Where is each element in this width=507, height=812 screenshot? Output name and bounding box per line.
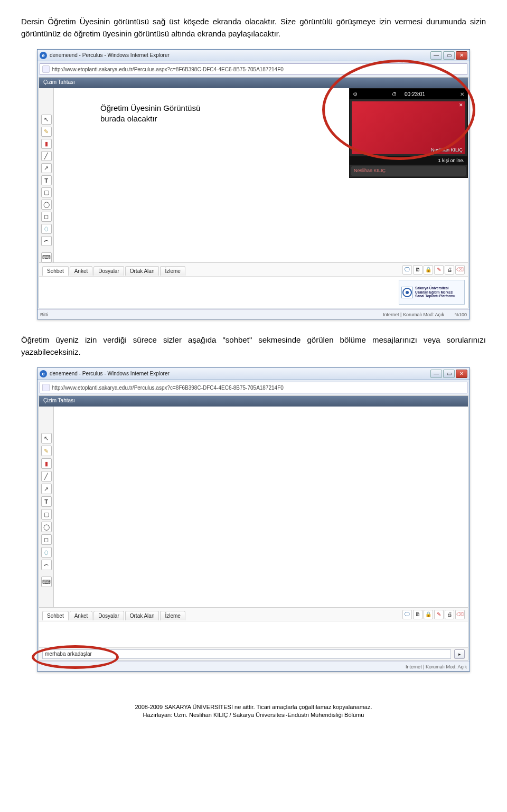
circle-tool-icon[interactable]: ◯ [41,522,52,532]
keyboard-tool-icon[interactable]: ⌨ [41,252,52,262]
workspace-tab[interactable]: Çizim Tahtası [39,78,468,88]
chat-messages-2[interactable] [39,621,468,647]
edit-icon[interactable]: ✎ [434,265,444,275]
presenter-name: Neslihan KILIÇ [431,147,463,153]
video-timer: 00:23:01 [405,91,425,97]
tab-ortak[interactable]: Ortak Alan [125,266,159,276]
lock-icon[interactable]: 🔒 [424,610,433,619]
address-bar-2[interactable]: http://www.etoplanti.sakarya.edu.tr/Perc… [40,382,467,393]
app-body-2: Çizim Tahtası ↖ ✎ ▮ ╱ ↗ T ▢ ◯ ◻ ⬯ ⤺ ⌨ [39,395,468,660]
whiteboard-canvas-2[interactable] [54,407,468,607]
eraser-icon[interactable]: ⌫ [455,610,465,619]
intro-paragraph-1: Dersin Öğretim Üyesinin görüntüsü sağ üs… [21,16,486,40]
ellipse-tool-icon[interactable]: ⬯ [41,224,52,234]
pointer-tool-icon[interactable]: ↖ [41,115,52,125]
rect-tool-icon[interactable]: ▢ [41,187,52,197]
chat-input[interactable]: merhaba arkadaşlar [42,649,451,659]
browser-window: e denemeend - Perculus - Windows Interne… [37,49,470,319]
logo-text: Sakarya Üniversitesi Uzaktan Eğitim Merk… [415,286,455,298]
highlighter-tool-icon[interactable]: ▮ [41,458,52,469]
tab-anket[interactable]: Anket [70,611,93,620]
chat-input-row: merhaba arkadaşlar ▸ [39,647,468,660]
minimize-button[interactable]: — [430,370,442,378]
document-icon[interactable]: 🗎 [413,610,422,619]
browser-window-2: e denemeend - Perculus - Windows Interne… [37,367,470,672]
keyboard-tool-icon[interactable]: ⌨ [41,577,52,587]
undo-tool-icon[interactable]: ⤺ [41,236,52,246]
document-icon[interactable]: 🗎 [413,265,422,275]
tab-dosyalar[interactable]: Dosyalar [93,611,124,620]
window-title: denemeend - Perculus - Windows Internet … [50,52,170,58]
screen-share-icon[interactable]: 🖵 [402,610,412,619]
bottom-tabs-bar-2: Sohbet Anket Dosyalar Ortak Alan İzleme … [39,607,468,621]
tab-izleme[interactable]: İzleme [160,266,185,276]
send-button[interactable]: ▸ [454,649,465,659]
text-tool-icon[interactable]: T [41,496,52,507]
pointer-tool-icon[interactable]: ↖ [41,433,52,443]
tab-sohbet[interactable]: Sohbet [42,611,69,620]
video-panel: ⚙ ⏱ 00:23:01 ✕ ✕ Neslihan KILIÇ 1 kişi o… [349,88,468,178]
svg-point-1 [406,291,409,294]
zoom-level: %100 [455,312,467,317]
ie-icon: e [40,52,47,59]
ie-icon: e [40,370,47,377]
highlighter-tool-icon[interactable]: ▮ [41,139,52,149]
fillrect-tool-icon[interactable]: ◻ [41,534,52,545]
screenshot-1: e denemeend - Perculus - Windows Interne… [37,49,470,319]
annotation-presenter-video: Öğretim Üyesinin Görüntüsü burada olacak… [100,103,200,125]
close-button[interactable]: ✕ [456,51,467,60]
chat-area: Sakarya Üniversitesi Uzaktan Eğitim Merk… [39,276,468,308]
arrow-tool-icon[interactable]: ↗ [41,163,52,173]
drawing-toolbar-2: ↖ ✎ ▮ ╱ ↗ T ▢ ◯ ◻ ⬯ ⤺ ⌨ [39,407,54,607]
url-text-2: http://www.etoplanti.sakarya.edu.tr/Perc… [52,385,284,391]
gear-icon[interactable]: ⚙ [353,91,358,97]
video-header: ⚙ ⏱ 00:23:01 ✕ [350,89,467,99]
fillrect-tool-icon[interactable]: ◻ [41,212,52,222]
pencil-tool-icon[interactable]: ✎ [41,446,52,456]
university-logo-icon [401,287,413,298]
print-icon[interactable]: 🖨 [445,610,454,619]
tab-dosyalar[interactable]: Dosyalar [93,266,124,276]
arrow-tool-icon[interactable]: ↗ [41,484,52,494]
line-tool-icon[interactable]: ╱ [41,471,52,481]
tab-sohbet[interactable]: Sohbet [42,266,69,276]
tab-anket[interactable]: Anket [70,266,93,276]
pencil-tool-icon[interactable]: ✎ [41,127,52,137]
rect-tool-icon[interactable]: ▢ [41,509,52,520]
maximize-button[interactable]: ▭ [443,370,455,378]
status-right: Internet | Korumalı Mod: Açık [383,312,444,317]
status-right-2: Internet | Korumalı Mod: Açık [406,664,467,669]
video-close-icon[interactable]: ✕ [460,91,464,97]
lock-icon[interactable]: 🔒 [424,265,433,275]
browser-status-bar-2: Internet | Korumalı Mod: Açık [37,662,470,671]
status-left: Bitti [40,312,48,317]
presenter-video: ✕ Neslihan KILIÇ [352,101,465,154]
ellipse-tool-icon[interactable]: ⬯ [41,547,52,558]
eraser-icon[interactable]: ⌫ [455,265,465,275]
university-logo-box: Sakarya Üniversitesi Uzaktan Eğitim Merk… [399,280,465,305]
tab-ortak[interactable]: Ortak Alan [125,611,159,620]
undo-tool-icon[interactable]: ⤺ [41,560,52,570]
participant-item[interactable]: Neslihan KILIÇ [351,166,466,176]
text-tool-icon[interactable]: T [41,175,52,185]
line-tool-icon[interactable]: ╱ [41,151,52,161]
window-title-2: denemeend - Perculus - Windows Internet … [50,371,170,376]
minimize-button[interactable]: — [430,51,442,60]
tab-izleme[interactable]: İzleme [160,611,185,620]
page-icon [42,65,50,73]
screen-share-icon[interactable]: 🖵 [402,265,412,275]
maximize-button[interactable]: ▭ [443,51,455,60]
window-titlebar: e denemeend - Perculus - Windows Interne… [37,50,470,61]
circle-tool-icon[interactable]: ◯ [41,200,52,210]
print-icon[interactable]: 🖨 [445,265,454,275]
window-titlebar-2: e denemeend - Perculus - Windows Interne… [37,368,470,380]
url-text: http://www.etoplanti.sakarya.edu.tr/Perc… [52,67,284,72]
edit-icon[interactable]: ✎ [434,610,444,619]
workspace-tab-2[interactable]: Çizim Tahtası [39,396,468,407]
bottom-tabs-bar: Sohbet Anket Dosyalar Ortak Alan İzleme … [39,262,468,276]
screenshot-2: e denemeend - Perculus - Windows Interne… [37,367,470,672]
chat-messages[interactable] [39,277,396,308]
close-button[interactable]: ✕ [456,370,467,378]
address-bar[interactable]: http://www.etoplanti.sakarya.edu.tr/Perc… [40,63,467,75]
video-inner-close-icon[interactable]: ✕ [459,102,463,108]
